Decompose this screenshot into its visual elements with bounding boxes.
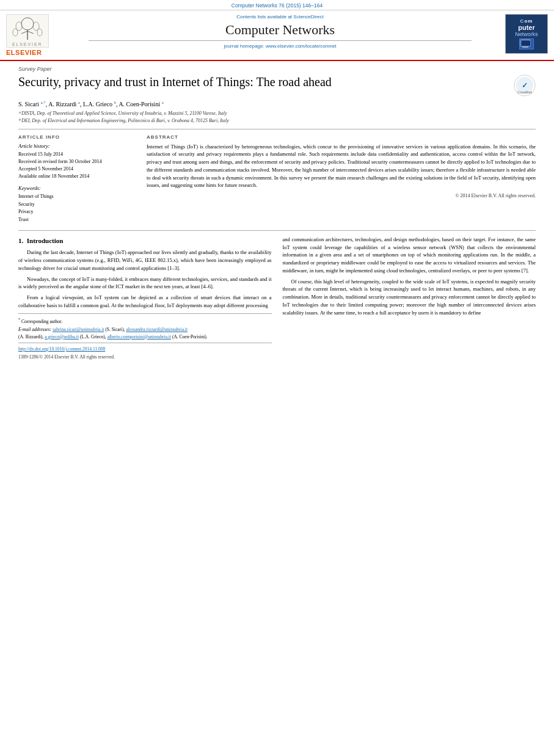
cn-logo-icon	[519, 38, 534, 49]
affiliations: ᵃ DISTA, Dep. of Theoretical and Applied…	[18, 110, 536, 123]
paper-title-row: Security, privacy and trust in Internet …	[18, 75, 536, 96]
elsevier-text: ELSEVIER	[6, 49, 42, 56]
journal-header: E L S E V I E R ELSEVIER Contents lists …	[0, 10, 554, 61]
intro-para4: and communication architectures, technol…	[283, 236, 536, 275]
affiliation-b: ᵇ DEI, Dep. of Electrical and Informatio…	[18, 117, 536, 124]
journal-header-center: Contents lists available at ScienceDirec…	[61, 14, 499, 49]
available-date: Available online 18 November 2014	[18, 173, 134, 180]
affiliation-a: ᵃ DISTA, Dep. of Theoretical and Applied…	[18, 110, 536, 117]
header-divider	[89, 40, 472, 41]
body-right-column: and communication architectures, technol…	[283, 236, 536, 361]
elsevier-logo-area: E L S E V I E R ELSEVIER	[6, 14, 55, 56]
homepage-label: journal homepage:	[224, 43, 264, 49]
email3[interactable]: a.grieco@poliba.it	[45, 334, 79, 340]
doi-section: http://dx.doi.org/10.1016/j.comnet.2014.…	[18, 343, 272, 361]
journal-homepage-line: journal homepage: www.elsevier.com/locat…	[67, 43, 493, 49]
homepage-url[interactable]: www.elsevier.com/locate/comnet	[266, 43, 337, 49]
sciencedirect-link[interactable]: ScienceDirect	[293, 14, 323, 20]
journal-citation-bar: Computer Networks 76 (2015) 146–164	[0, 0, 554, 10]
svg-rect-11	[522, 46, 528, 48]
authors-line: S. Sicari a,*, A. Rizzardi a, L.A. Griec…	[18, 100, 536, 107]
email-addresses-line: E-mail addresses: sabrina.sicari@uninsub…	[18, 326, 272, 340]
received-date: Received 15 July 2014	[18, 151, 134, 158]
article-history-label: Article history:	[18, 143, 134, 149]
email1-author: (S. Sicari),	[105, 327, 125, 332]
intro-para5-text: Of course, this high level of heterogene…	[283, 278, 536, 316]
email2-author: (A. Rizzardi),	[18, 334, 43, 340]
contents-text: Contents lists available at	[236, 14, 292, 20]
page: Computer Networks 76 (2015) 146–164 E L …	[0, 0, 554, 756]
email4-author: (A. Coen-Porisini).	[172, 334, 208, 340]
main-content: Survey Paper Security, privacy and trust…	[0, 61, 554, 360]
cn-logo-box: Com puter Networks	[505, 14, 548, 54]
crossmark-badge[interactable]: ✓ CrossMark	[514, 75, 536, 96]
issn-line: 1389-1286/© 2014 Elsevier B.V. All right…	[18, 354, 272, 360]
intro-section-number: 1.	[18, 237, 23, 244]
svg-text:E L S E V I E R: E L S E V I E R	[12, 42, 42, 46]
abstract-text: Internet of Things (IoT) is characterize…	[147, 143, 536, 190]
contents-available-line: Contents lists available at ScienceDirec…	[67, 14, 493, 20]
intro-para4-text: and communication architectures, technol…	[283, 236, 536, 274]
svg-rect-12	[522, 41, 530, 46]
cn-logo-top: Com	[520, 18, 533, 24]
intro-para2-text: Nowadays, the concept of IoT is many-fol…	[18, 276, 272, 290]
abstract-title: ABSTRACT	[147, 134, 536, 140]
copyright-line: © 2014 Elsevier B.V. All rights reserved…	[147, 193, 536, 198]
footnote-section: * Corresponding author. E-mail addresses…	[18, 313, 272, 340]
author-sup-star: *	[43, 100, 46, 105]
intro-para1: During the last decade, Internet of Thin…	[18, 249, 272, 272]
intro-para1-text: During the last decade, Internet of Thin…	[18, 249, 272, 271]
email1[interactable]: sabrina.sicari@uninsubria.it	[53, 327, 104, 332]
elsevier-figure: E L S E V I E R	[6, 14, 49, 48]
corr-text: Corresponding author.	[21, 318, 62, 324]
intro-section-title: 1. Introduction	[18, 236, 272, 246]
revised-date: Received in revised form 30 October 2014	[18, 158, 134, 165]
body-separator	[18, 230, 536, 231]
body-columns: 1. Introduction During the last decade, …	[18, 236, 536, 361]
keyword-privacy: Privacy	[18, 208, 134, 216]
author-sup-a2: a	[78, 100, 80, 105]
journal-citation: Computer Networks 76 (2015) 146–164	[231, 2, 323, 9]
cn-logo-middle: puter	[518, 24, 535, 31]
crossmark-icon: ✓ CrossMark	[514, 75, 536, 96]
email-label: E-mail addresses:	[18, 327, 51, 332]
paper-title: Security, privacy and trust in Internet …	[18, 75, 508, 89]
keywords-label: Keywords:	[18, 185, 134, 191]
article-info-title: ARTICLE INFO	[18, 134, 134, 140]
intro-para5: Of course, this high level of heterogene…	[283, 278, 536, 317]
keyword-trust: Trust	[18, 216, 134, 224]
intro-para3-text: From a logical viewpoint, an IoT system …	[18, 294, 272, 308]
corresponding-author-note: * Corresponding author.	[18, 316, 272, 325]
keywords-list: Internet of Things Security Privacy Trus…	[18, 193, 134, 224]
intro-para2: Nowadays, the concept of IoT is many-fol…	[18, 275, 272, 291]
keyword-security: Security	[18, 201, 134, 209]
author-sup-a3: a	[162, 100, 164, 105]
article-info-abstract-columns: ARTICLE INFO Article history: Received 1…	[18, 129, 536, 224]
journal-name-header: Computer Networks	[67, 22, 493, 38]
svg-text:✓: ✓	[522, 81, 528, 90]
cn-logo-bottom: Networks	[515, 31, 538, 37]
keyword-iot: Internet of Things	[18, 193, 134, 201]
email3-author: (L.A. Grieco),	[80, 334, 106, 340]
abstract-section: ABSTRACT Internet of Things (IoT) is cha…	[147, 134, 536, 224]
elsevier-tree-icon: E L S E V I E R	[8, 15, 48, 47]
cn-logo-area: Com puter Networks	[499, 14, 548, 54]
intro-para3: From a logical viewpoint, an IoT system …	[18, 294, 272, 310]
accepted-date: Accepted 5 November 2014	[18, 165, 134, 173]
corr-sup: *	[18, 317, 20, 321]
body-left-column: 1. Introduction During the last decade, …	[18, 236, 272, 361]
email4[interactable]: alberto.coenporisini@uninsubria.it	[108, 334, 171, 340]
author-sup-b: b	[114, 100, 116, 105]
email2[interactable]: alessandra.rizzardi@uninsubria.it	[126, 327, 188, 332]
svg-text:CrossMark: CrossMark	[517, 90, 533, 94]
survey-paper-label: Survey Paper	[18, 66, 536, 72]
doi-url[interactable]: http://dx.doi.org/10.1016/j.comnet.2014.…	[18, 346, 272, 352]
article-history-items: Received 15 July 2014 Received in revise…	[18, 151, 134, 180]
article-info-section: ARTICLE INFO Article history: Received 1…	[18, 134, 134, 224]
cn-computer-icon	[520, 39, 533, 49]
intro-section-label: Introduction	[27, 237, 64, 244]
